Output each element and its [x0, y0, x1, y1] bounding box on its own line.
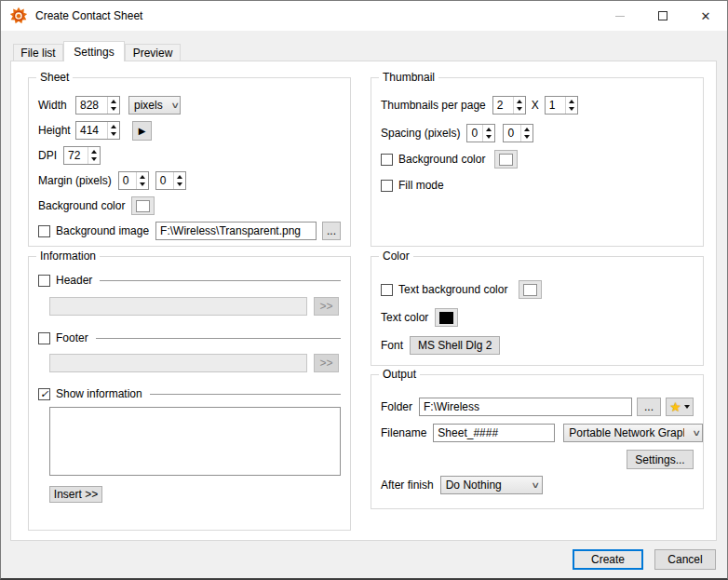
sheet-bg-color-row: Background color — [38, 196, 341, 215]
spin-up-icon[interactable] — [91, 150, 97, 154]
fill-mode-label: Fill mode — [398, 179, 444, 192]
format-select[interactable]: Portable Network Graphics ∨ — [563, 424, 703, 442]
information-textarea[interactable] — [49, 407, 341, 476]
text-background-color-checkbox[interactable] — [381, 284, 393, 296]
spacing-x-spinner[interactable]: 0 — [466, 124, 495, 142]
height-spinner[interactable]: 414 — [75, 121, 120, 140]
width-spinner[interactable]: 828 — [75, 96, 120, 115]
spin-up-icon[interactable] — [524, 128, 530, 131]
dropdown-arrow-icon — [684, 405, 690, 409]
close-icon: ✕ — [701, 10, 711, 22]
folder-input[interactable] — [419, 398, 632, 416]
color-swatch-white — [136, 200, 150, 212]
margin-y-spinner[interactable]: 0 — [155, 171, 186, 190]
sheet-height-row: Height 414 ▶ — [38, 121, 341, 140]
create-contact-sheet-dialog: Create Contact Sheet ✕ File list Setting… — [0, 0, 728, 580]
spin-down-icon[interactable] — [140, 182, 145, 186]
close-button[interactable]: ✕ — [684, 1, 727, 31]
favorite-folders-button[interactable]: ★ — [666, 398, 694, 416]
header-text-input[interactable] — [49, 297, 307, 316]
minimize-icon — [615, 16, 625, 17]
header-expand-button[interactable]: >> — [314, 297, 339, 316]
spacing-y-spinner[interactable]: 0 — [503, 124, 533, 142]
text-background-color-swatch[interactable] — [519, 280, 542, 299]
spin-up-icon[interactable] — [517, 100, 522, 103]
insert-button[interactable]: Insert >> — [49, 486, 102, 503]
header-separator — [100, 280, 341, 281]
width-unit-select[interactable]: pixels ∨ — [128, 96, 181, 115]
dpi-spinner[interactable]: 72 — [63, 146, 101, 165]
footer-label: Footer — [56, 331, 88, 344]
thumbnail-group: Thumbnail Thumbnails per page 2 X 1 — [371, 77, 704, 247]
thumbnails-cols-spinner[interactable]: 2 — [492, 96, 526, 115]
sheet-background-color-swatch[interactable] — [131, 196, 155, 215]
spin-up-icon[interactable] — [111, 100, 116, 103]
sheet-dpi-row: DPI 72 — [38, 146, 341, 165]
margin-x-spinner[interactable]: 0 — [118, 171, 149, 190]
maximize-button[interactable] — [641, 1, 684, 31]
spin-up-icon[interactable] — [140, 175, 145, 179]
dpi-label: DPI — [38, 149, 57, 162]
header-checkbox[interactable] — [38, 275, 50, 287]
spin-down-icon[interactable] — [111, 132, 116, 136]
app-icon — [9, 7, 28, 25]
insert-row: Insert >> — [49, 485, 341, 504]
background-image-checkbox[interactable] — [38, 225, 50, 237]
format-settings-button[interactable]: Settings... — [627, 450, 694, 469]
sheet-group: Sheet Width 828 pixels ∨ Height — [28, 77, 351, 247]
chevron-down-icon: ∨ — [519, 480, 540, 490]
spin-up-icon[interactable] — [177, 175, 182, 179]
spin-down-icon[interactable] — [524, 135, 530, 139]
background-image-path-input[interactable] — [155, 222, 317, 240]
filename-input[interactable] — [433, 424, 555, 442]
thumb-bg-color-row: Background color — [381, 149, 694, 169]
tab-file-list[interactable]: File list — [13, 44, 63, 61]
tab-preview-label: Preview — [133, 47, 173, 60]
color-swatch-white — [499, 154, 513, 166]
spin-down-icon[interactable] — [91, 157, 97, 161]
show-information-label: Show information — [56, 387, 142, 400]
settings-tab-page: Sheet Width 828 pixels ∨ Height — [10, 61, 717, 541]
link-dimensions-button[interactable]: ▶ — [132, 121, 152, 141]
spin-down-icon[interactable] — [486, 135, 492, 139]
tab-preview[interactable]: Preview — [125, 44, 181, 61]
footer-expand-button[interactable]: >> — [314, 354, 339, 372]
font-row: Font MS Shell Dlg 2 — [381, 335, 694, 356]
create-button[interactable]: Create — [573, 549, 643, 570]
chevron-down-icon: ∨ — [159, 101, 180, 110]
minimize-button[interactable] — [599, 1, 641, 31]
cancel-button[interactable]: Cancel — [654, 549, 716, 570]
after-finish-row: After finish Do Nothing ∨ — [381, 475, 694, 495]
text-color-swatch[interactable] — [435, 308, 458, 327]
fill-mode-checkbox[interactable] — [381, 180, 393, 192]
after-finish-select[interactable]: Do Nothing ∨ — [440, 476, 543, 494]
folder-browse-button[interactable]: ... — [637, 398, 661, 416]
spin-down-icon[interactable] — [111, 107, 116, 111]
spin-up-icon[interactable] — [569, 100, 574, 103]
text-background-color-label: Text background color — [398, 283, 507, 296]
show-information-checkbox[interactable]: ✓ — [38, 388, 50, 400]
text-color-row: Text color — [381, 307, 694, 328]
spacing-row: Spacing (pixels) 0 0 — [381, 124, 694, 142]
spin-down-icon[interactable] — [177, 182, 182, 186]
height-label: Height — [38, 124, 69, 137]
thumbnails-per-page-label: Thumbnails per page — [381, 99, 486, 112]
thumbnail-background-color-swatch[interactable] — [494, 150, 518, 169]
show-information-row: ✓ Show information — [38, 386, 341, 401]
thumbnail-background-color-checkbox[interactable] — [381, 154, 393, 166]
tab-settings-label: Settings — [74, 46, 114, 59]
sheet-background-color-label: Background color — [38, 199, 125, 212]
thumbnails-rows-spinner[interactable]: 1 — [545, 96, 578, 115]
background-image-browse-button[interactable]: ... — [322, 222, 341, 240]
spin-up-icon[interactable] — [111, 125, 116, 128]
spin-up-icon[interactable] — [486, 128, 492, 131]
chevron-down-icon: ∨ — [681, 428, 701, 438]
fill-mode-row: Fill mode — [381, 176, 694, 195]
spin-down-icon[interactable] — [569, 107, 574, 111]
information-group-title: Information — [36, 250, 100, 263]
spin-down-icon[interactable] — [517, 107, 522, 111]
footer-text-input[interactable] — [49, 354, 307, 372]
font-button[interactable]: MS Shell Dlg 2 — [410, 336, 500, 355]
footer-checkbox[interactable] — [38, 332, 50, 344]
tab-settings[interactable]: Settings — [63, 41, 125, 61]
